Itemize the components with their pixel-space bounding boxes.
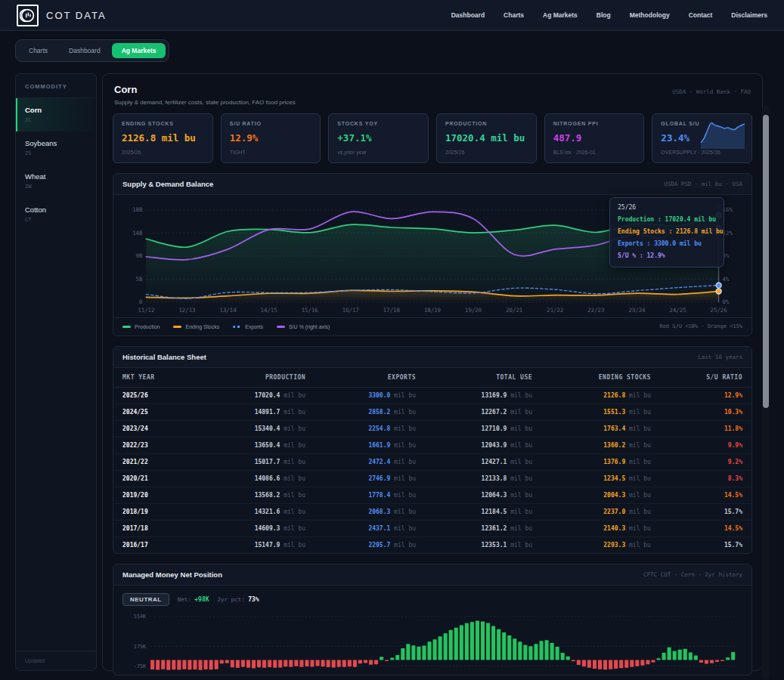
kpi-label: S/U RATIO	[230, 121, 312, 126]
cell-exports: 2254.8 mil bu	[315, 421, 425, 437]
legend-label: Ending Stocks	[185, 324, 219, 329]
kpi-value: 17020.4 mil bu	[445, 132, 528, 144]
balance-sheet-meta: Last 10 years	[698, 354, 742, 360]
commodity-name: Wheat	[25, 172, 87, 181]
kpi-subtext: OVERSUPPLY · 2025/26	[661, 150, 743, 155]
threshold-note: Red S/U <10% · Orange <15%	[659, 323, 742, 329]
svg-text:18B: 18B	[132, 206, 143, 213]
cell-su-ratio: 15.7%	[660, 504, 751, 521]
cell-production: 17020.4 mil bu	[198, 388, 315, 404]
cell-total-use: 12710.9 mil bu	[425, 421, 541, 437]
supply-demand-header: Supply & Demand Balance USDA PSD · mil b…	[113, 174, 751, 195]
cell-total-use: 12133.8 mil bu	[425, 471, 541, 487]
table-row: 2017/1814609.3 mil bu2437.1 mil bu12361.…	[113, 521, 751, 537]
net-position-value: +98K	[194, 596, 209, 603]
data-sources: USDA · World Bank · FAO	[672, 88, 751, 106]
sidebar-footer: Updated	[16, 651, 96, 670]
legend-production: Production	[122, 324, 160, 329]
legend-exports: Exports	[233, 324, 263, 329]
svg-text:0%: 0%	[723, 298, 730, 305]
svg-text:175K: 175K	[134, 644, 147, 650]
kpi-subtext: BLS idx · 2026-01	[553, 150, 636, 155]
brand-name: COT DATA	[46, 10, 107, 21]
cell-total-use: 12184.5 mil bu	[425, 504, 541, 521]
tooltip-row-exports: Exports : 3300.0 mil bu	[618, 240, 716, 247]
view-tabs: ChartsDashboardAg Markets	[15, 39, 169, 62]
column-production: PRODUCTION	[198, 368, 315, 388]
cell-su-ratio: 10.3%	[660, 404, 751, 421]
sidebar-item-cotton[interactable]: CottonCT	[16, 198, 96, 231]
kpi-row: ENDING STOCKS2126.8 mil bu2025/26S/U RAT…	[113, 113, 752, 163]
kpi-stocks-yoy: STOCKS YOY+37.1%vs prior year	[328, 113, 429, 163]
nav-ag-markets[interactable]: Ag Markets	[543, 11, 578, 19]
tab-dashboard[interactable]: Dashboard	[59, 43, 110, 58]
cell-ending-stocks: 2126.8 mil bu	[541, 388, 660, 404]
commodity-name: Corn	[25, 106, 87, 114]
commodity-ticker: ZW	[25, 184, 87, 190]
svg-text:21/22: 21/22	[547, 307, 563, 314]
nav-blog[interactable]: Blog	[597, 11, 611, 19]
legend-swatch	[233, 326, 241, 328]
svg-text:18/19: 18/19	[424, 307, 441, 314]
nav-disclaimers[interactable]: Disclaimers	[731, 11, 767, 19]
cell-production: 15147.9 mil bu	[198, 537, 315, 554]
nav-contact[interactable]: Contact	[689, 11, 713, 19]
cell-exports: 1778.4 mil bu	[315, 487, 425, 504]
table-row: 2018/1914321.6 mil bu2068.3 mil bu12184.…	[113, 504, 751, 521]
managed-money-header: Managed Money Net Position CFTC COT · Co…	[113, 564, 751, 586]
cell-ending-stocks: 1763.4 mil bu	[541, 421, 660, 437]
cell-year: 2022/23	[113, 437, 198, 454]
cell-production: 15017.7 mil bu	[198, 454, 315, 471]
kpi-value: 12.9%	[230, 132, 312, 144]
page-title: Corn	[114, 84, 296, 95]
cell-ending-stocks: 1360.2 mil bu	[541, 437, 660, 454]
legend-ending-stocks: Ending Stocks	[173, 324, 219, 329]
cell-year: 2020/21	[113, 471, 198, 487]
legend-label: Exports	[245, 324, 263, 329]
chart-tooltip: 25/26Production : 17020.4 mil buEnding S…	[609, 197, 724, 267]
sidebar-item-corn[interactable]: CornZC	[16, 98, 96, 131]
nav-dashboard[interactable]: Dashboard	[451, 11, 485, 19]
top-nav: DashboardChartsAg MarketsBlogMethodology…	[451, 11, 767, 19]
managed-money-svg[interactable]: 554K175K-75K	[122, 613, 742, 675]
kpi-value: +37.1%	[337, 132, 420, 144]
svg-text:14/15: 14/15	[261, 307, 277, 314]
cell-total-use: 12064.3 mil bu	[425, 487, 541, 504]
legend-swatch	[122, 326, 131, 328]
cell-year: 2024/25	[113, 404, 198, 421]
managed-money-status-row: NEUTRAL Net: +98K 2yr pct: 73%	[122, 593, 742, 606]
cell-total-use: 12353.1 mil bu	[425, 537, 541, 554]
tooltip-row-ending-stocks: Ending Stocks : 2126.8 mil bu	[618, 228, 716, 235]
cell-production: 14321.6 mil bu	[198, 504, 315, 521]
svg-text:11/12: 11/12	[138, 307, 154, 314]
chart-legend-bar: ProductionEnding StocksExportsS/U % (rig…	[113, 317, 751, 335]
svg-text:12/13: 12/13	[178, 307, 195, 314]
legend-label: Production	[135, 324, 160, 329]
cell-exports: 2472.4 mil bu	[315, 454, 425, 471]
page-scrollbar[interactable]	[762, 106, 770, 680]
brand[interactable]: COT DATA	[17, 5, 107, 26]
kpi-production: PRODUCTION17020.4 mil bu2025/26	[436, 113, 537, 163]
kpi-subtext: 2025/26	[122, 150, 204, 155]
supply-demand-chart[interactable]: 00%5B4%9B8%14B12%18B16%11/1212/1313/1414…	[113, 195, 751, 314]
cell-su-ratio: 15.7%	[660, 537, 751, 554]
tab-charts[interactable]: Charts	[19, 43, 57, 58]
sidebar-item-wheat[interactable]: WheatZW	[16, 165, 96, 198]
svg-text:5B: 5B	[136, 276, 143, 283]
svg-text:554K: 554K	[134, 614, 147, 620]
cell-production: 14891.7 mil bu	[198, 404, 315, 421]
nav-charts[interactable]: Charts	[504, 11, 524, 19]
legend-label: S/U % (right axis)	[289, 324, 330, 329]
kpi-label: NITROGEN PPI	[553, 121, 636, 126]
page-header: Corn Supply & demand, fertilizer costs, …	[113, 83, 752, 113]
nav-methodology[interactable]: Methodology	[630, 11, 670, 19]
sidebar-item-soybeans[interactable]: SoybeansZS	[16, 131, 96, 165]
tab-ag-markets[interactable]: Ag Markets	[112, 43, 166, 58]
cell-year: 2019/20	[113, 487, 198, 504]
cell-production: 14609.3 mil bu	[198, 521, 315, 537]
kpi-global-s-u: GLOBAL S/U23.4%OVERSUPPLY · 2025/26	[652, 113, 752, 163]
tooltip-row-production: Production : 17020.4 mil bu	[618, 216, 716, 223]
cell-year: 2021/22	[113, 454, 198, 471]
cell-exports: 2295.7 mil bu	[315, 537, 425, 554]
page-scrollbar-thumb[interactable]	[763, 115, 769, 408]
